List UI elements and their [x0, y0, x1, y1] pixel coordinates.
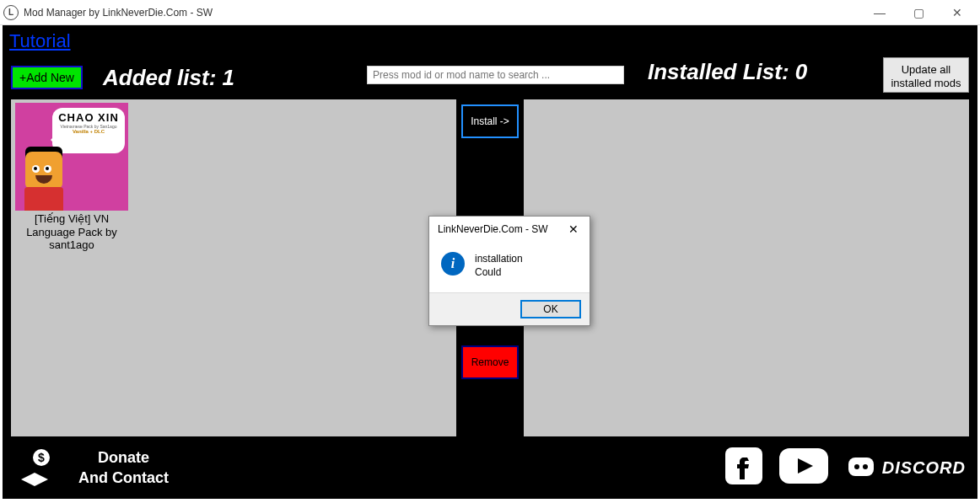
dialog-titlebar: LinkNeverDie.Com - SW ✕	[429, 217, 590, 242]
mod-bubble-tag: Vanilla + DLC	[52, 129, 125, 134]
dialog-close-button[interactable]: ✕	[563, 219, 584, 239]
installed-mods-panel[interactable]	[524, 99, 969, 436]
dialog-message: installation Could	[475, 252, 523, 279]
window-minimize[interactable]: —	[860, 0, 899, 25]
mod-thumbnail: CHAO XIN Vietnamese Pack by San1ago Vani…	[15, 103, 128, 211]
dialog-body: i installation Could	[429, 242, 590, 292]
window-close[interactable]: ✕	[938, 0, 977, 25]
message-dialog: LinkNeverDie.Com - SW ✕ i installation C…	[428, 216, 590, 326]
mod-list-item[interactable]: CHAO XIN Vietnamese Pack by San1ago Vani…	[14, 103, 129, 252]
dialog-title: LinkNeverDie.Com - SW	[438, 223, 563, 235]
facebook-icon[interactable]	[725, 447, 762, 488]
info-icon: i	[441, 252, 465, 276]
dialog-ok-button[interactable]: OK	[520, 300, 581, 318]
discord-label: DISCORD	[882, 458, 966, 478]
mod-bubble-title: CHAO XIN	[52, 108, 125, 124]
donate-line1: Donate	[78, 447, 169, 468]
footer: $ Donate And Contact	[3, 436, 977, 499]
install-button[interactable]: Install ->	[461, 104, 519, 138]
top-toolbar: +Add New Added list: 1 Installed List: 0…	[3, 61, 977, 94]
update-all-button[interactable]: Update all installed mods	[883, 57, 969, 93]
remove-button[interactable]: Remove	[461, 345, 519, 379]
mod-caption: [Tiếng Việt] VN Language Pack by sant1ag…	[14, 212, 129, 252]
add-new-button[interactable]: +Add New	[11, 66, 83, 89]
window-maximize[interactable]: ▢	[899, 0, 938, 25]
added-mods-panel[interactable]: CHAO XIN Vietnamese Pack by San1ago Vani…	[11, 99, 456, 436]
donate-icon[interactable]: $	[16, 446, 63, 490]
app-icon: L	[3, 5, 19, 20]
youtube-icon[interactable]	[779, 448, 828, 487]
window-titlebar: L Mod Manager by LinkNeverDie.Com - SW —…	[0, 0, 980, 25]
svg-point-5	[854, 464, 859, 469]
donate-contact-label[interactable]: Donate And Contact	[78, 447, 169, 489]
tutorial-link[interactable]: Tutorial	[9, 30, 71, 52]
svg-rect-4	[848, 458, 874, 476]
window-title: Mod Manager by LinkNeverDie.Com - SW	[24, 7, 860, 19]
discord-icon[interactable]: DISCORD	[845, 454, 966, 481]
svg-text:$: $	[38, 451, 45, 464]
installed-list-label: Installed List: 0	[648, 59, 807, 85]
svg-point-6	[863, 464, 868, 469]
donate-line2: And Contact	[78, 468, 169, 488]
search-input[interactable]	[367, 66, 624, 84]
dialog-footer: OK	[429, 292, 590, 325]
added-list-label: Added list: 1	[103, 65, 234, 91]
